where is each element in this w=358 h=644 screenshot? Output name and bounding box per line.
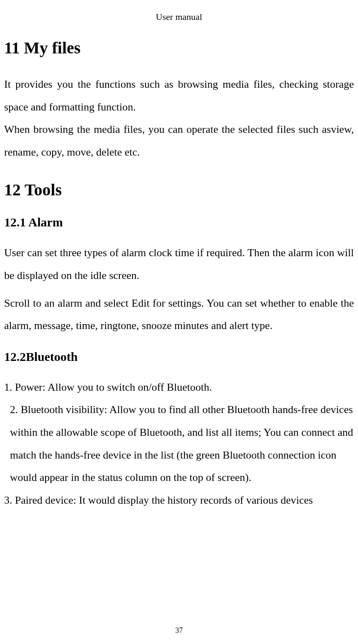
page-number: 37 bbox=[0, 626, 358, 635]
paragraph-11-1: It provides you the functions such as br… bbox=[4, 73, 354, 118]
heading-12-2: 12.2Bluetooth bbox=[4, 350, 354, 364]
header-title: User manual bbox=[156, 12, 202, 22]
paragraph-11-2: When browsing the media files, you can o… bbox=[4, 118, 354, 163]
heading-11: 11 My files bbox=[4, 38, 354, 58]
heading-12: 12 Tools bbox=[4, 180, 354, 199]
paragraph-12-2-1: 1. Power: Allow you to switch on/off Blu… bbox=[4, 376, 354, 399]
paragraph-12-1-2: Scroll to an alarm and select Edit for s… bbox=[4, 292, 354, 337]
spacer bbox=[4, 287, 354, 292]
heading-12-1: 12.1 Alarm bbox=[4, 215, 354, 229]
page-header: User manual bbox=[4, 0, 354, 31]
spacer bbox=[4, 163, 354, 173]
paragraph-12-2-3: 3. Paired device: It would display the h… bbox=[4, 489, 354, 512]
paragraph-12-1-1: User can set three types of alarm clock … bbox=[4, 242, 354, 287]
page-number-value: 37 bbox=[175, 626, 183, 634]
paragraph-12-2-2: 2. Bluetooth visibility: Allow you to fi… bbox=[4, 399, 354, 489]
